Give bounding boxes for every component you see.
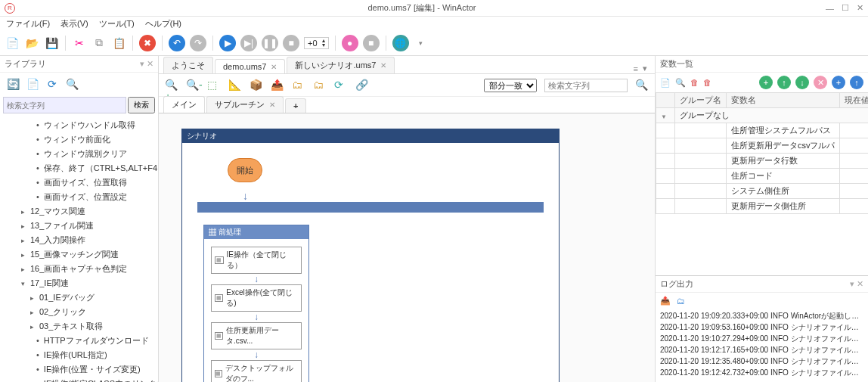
action-node[interactable]: ▦デスクトップフォルダのフ... — [211, 360, 302, 382]
tab-new[interactable]: 新しいシナリオ.ums7✕ — [287, 57, 395, 73]
tab-close-icon[interactable]: ✕ — [271, 63, 277, 71]
subtab-main[interactable]: メイン — [163, 96, 205, 113]
record-stop-button[interactable]: ■ — [363, 35, 380, 51]
pause-button[interactable]: ❚❚ — [262, 35, 278, 51]
tool-icon[interactable]: ⟳ — [334, 79, 348, 92]
bar-node[interactable] — [197, 202, 544, 213]
tree-leaf[interactable]: IE操作(指定CLASS内のリンク先を取得) — [0, 377, 158, 382]
group-node[interactable]: ▦ 前処理 ▦IE操作（全て閉じる） ↓ ▦Excel操作(全て閉じる) ↓ ▦… — [203, 225, 309, 382]
flowchart-canvas[interactable]: シナリオ 開始 ↓ ▦ 前処理 ▦IE操作（全て閉じる） ↓ ▦Excel操作(… — [159, 113, 655, 382]
cut-icon[interactable]: ✂ — [72, 36, 87, 51]
lib-add-icon[interactable]: 📄 — [26, 77, 39, 91]
tabs-list-icon[interactable]: ≡ — [634, 64, 638, 73]
tree-subfolder[interactable]: 03_テキスト取得 — [0, 319, 158, 334]
log-clear-icon[interactable]: 🗂 — [677, 297, 685, 306]
library-tree[interactable]: ウィンドウハンドル取得 ウィンドウ前面化 ウィンドウ識別クリア 保存、終了（CT… — [0, 115, 158, 382]
var-add-icon[interactable]: 📄 — [660, 78, 671, 88]
col-var[interactable]: 変数名 — [726, 93, 840, 108]
action-node[interactable]: ▦Excel操作(全て閉じる) — [211, 284, 302, 312]
record-button[interactable]: ● — [342, 35, 358, 51]
log-export-icon[interactable]: 📤 — [660, 296, 671, 306]
tree-leaf[interactable]: 画面サイズ、位置設定 — [0, 190, 158, 204]
tab-demo[interactable]: demo.ums7✕ — [215, 59, 285, 73]
menu-view[interactable]: 表示(V) — [57, 18, 91, 30]
search-go-icon[interactable]: 🔍 — [635, 79, 649, 92]
new-icon[interactable]: 📄 — [5, 36, 20, 51]
speed-control[interactable]: +0▴▾ — [304, 37, 329, 49]
var-del2-icon[interactable]: 🗑 — [703, 78, 711, 87]
tree-leaf[interactable]: IE操作(URL指定) — [0, 348, 158, 362]
tree-leaf[interactable]: ウィンドウ識別クリア — [0, 147, 158, 161]
save-icon[interactable]: 💾 — [44, 36, 59, 51]
var-row[interactable]: システム側住所 — [656, 184, 869, 199]
var-row[interactable]: 住所コード — [656, 169, 869, 184]
stop2-button[interactable]: ■ — [283, 35, 299, 51]
search-mode-select[interactable]: 部分一致 — [484, 79, 537, 92]
copy-icon[interactable]: ⧉ — [91, 36, 107, 51]
tree-folder[interactable]: 16_画面キャプチャ色判定 — [0, 262, 158, 276]
menu-tool[interactable]: ツール(T) — [96, 18, 138, 30]
play-button[interactable]: ▶ — [219, 35, 236, 51]
tool-icon[interactable]: 🔗 — [355, 79, 369, 92]
redo-button[interactable]: ↷ — [190, 35, 206, 51]
var-search-icon[interactable]: 🔍 — [675, 78, 686, 88]
col-group[interactable]: グループ名 — [674, 93, 726, 108]
undo-button[interactable]: ↶ — [169, 35, 185, 51]
tool-icon[interactable]: 🗂 — [292, 79, 305, 92]
var-row[interactable]: 住所更新用データcsvフルパ — [656, 138, 869, 154]
action-node[interactable]: ▦住所更新用データ.csv... — [211, 322, 302, 349]
stop-button[interactable]: ✖ — [139, 35, 156, 51]
dropdown-icon[interactable]: ▾ — [414, 36, 429, 51]
tree-folder[interactable]: 14_入力関操作 — [0, 233, 158, 247]
var-row[interactable]: 更新用データ側住所 — [656, 199, 869, 214]
menu-file[interactable]: ファイル(F) — [3, 18, 53, 30]
tree-folder[interactable]: 13_ファイル関連 — [0, 219, 158, 233]
scenario-container[interactable]: シナリオ 開始 ↓ ▦ 前処理 ▦IE操作（全て閉じる） ↓ ▦Excel操作(… — [181, 129, 560, 382]
lib-sync-icon[interactable]: ⟳ — [45, 77, 59, 91]
tool-icon[interactable]: 📦 — [250, 79, 263, 92]
tool-icon[interactable]: 🗂 — [313, 79, 327, 92]
tab-close-icon[interactable]: ✕ — [380, 61, 386, 70]
tabs-menu-icon[interactable]: ▾ — [643, 64, 647, 73]
tree-leaf[interactable]: ウィンドウハンドル取得 — [0, 118, 158, 132]
var-up-button[interactable]: ↑ — [777, 76, 791, 89]
tab-close-icon[interactable]: ✕ — [269, 101, 275, 109]
step-button[interactable]: ▶| — [240, 35, 257, 51]
tool-icon[interactable]: 📤 — [271, 79, 284, 92]
tool-icon[interactable]: 📐 — [228, 79, 242, 92]
open-icon[interactable]: 📂 — [24, 36, 39, 51]
col-val[interactable]: 現在値 — [840, 93, 868, 108]
group-row[interactable]: グループなし — [674, 108, 868, 123]
var-row[interactable]: 住所管理システムフルパス — [656, 123, 869, 138]
var-down-button[interactable]: ↓ — [795, 76, 809, 89]
zoom-out-icon[interactable]: 🔍- — [186, 79, 200, 92]
tree-leaf[interactable]: 保存、終了（CTRL+S,ALT+F4） — [0, 161, 158, 175]
tree-folder-open[interactable]: 17_IE関連 — [0, 276, 158, 290]
variables-grid[interactable]: グループ名変数名現在値 ▼グループなし 住所管理システムフルパス 住所更新用デー… — [656, 92, 868, 275]
var-remove-button[interactable]: ✕ — [814, 76, 827, 89]
start-node[interactable]: 開始 — [228, 158, 262, 182]
var-up2-button[interactable]: ↑ — [850, 76, 863, 89]
fit-icon[interactable]: ⬚ — [207, 79, 221, 92]
tree-leaf[interactable]: HTTPファイルダウンロード — [0, 334, 158, 348]
zoom-in-icon[interactable]: 🔍+ — [165, 79, 178, 92]
library-search-input[interactable] — [3, 97, 126, 113]
log-output[interactable]: 2020-11-20 19:09:20.333+09:00 INFO WinAc… — [656, 309, 868, 382]
tree-folder[interactable]: 12_マウス関連 — [0, 204, 158, 219]
action-node[interactable]: ▦IE操作（全て閉じる） — [211, 247, 302, 274]
var-plus-button[interactable]: + — [759, 76, 773, 89]
tree-subfolder[interactable]: 02_クリック — [0, 305, 158, 319]
var-del-icon[interactable]: 🗑 — [690, 78, 699, 87]
tree-leaf[interactable]: IE操作(位置・サイズ変更) — [0, 362, 158, 377]
library-search-button[interactable]: 検索 — [128, 97, 155, 113]
tree-folder[interactable]: 15_画像マッチング関連 — [0, 247, 158, 262]
tab-welcome[interactable]: ようこそ — [163, 57, 213, 73]
panel-menu-icon[interactable]: ▾ ✕ — [140, 59, 153, 69]
web-button[interactable]: 🌐 — [392, 35, 409, 51]
tree-subfolder[interactable]: 01_IEデバッグ — [0, 290, 158, 305]
subtab-sub[interactable]: サブルーチン✕ — [206, 96, 284, 113]
canvas-search-input[interactable] — [544, 79, 628, 92]
menu-help[interactable]: ヘルプ(H) — [142, 18, 184, 30]
var-row[interactable]: 更新用データ行数 — [656, 154, 869, 169]
close-button[interactable]: ✕ — [857, 3, 863, 13]
